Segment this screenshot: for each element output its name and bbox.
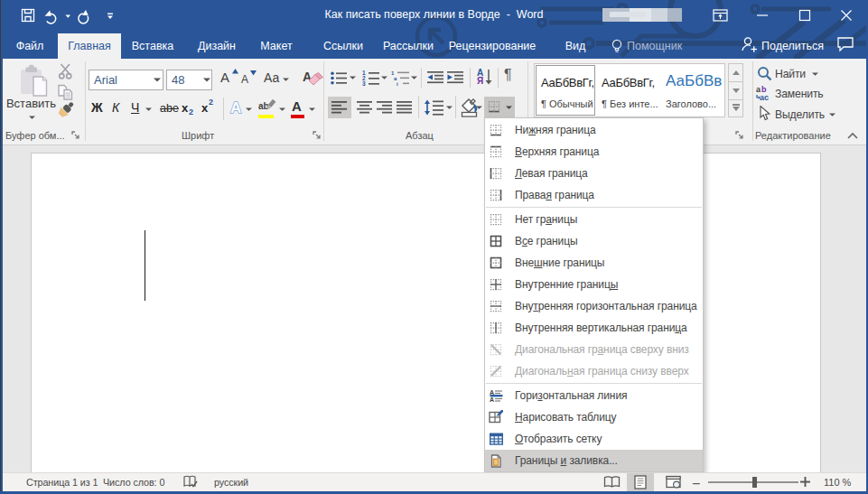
svg-text:i: i bbox=[397, 81, 398, 87]
svg-text:ab: ab bbox=[258, 101, 269, 111]
svg-text:3: 3 bbox=[362, 80, 366, 86]
svg-text:A: A bbox=[490, 396, 494, 403]
svg-text:А: А bbox=[230, 99, 241, 117]
svg-text:ac: ac bbox=[760, 93, 769, 101]
svg-text:A: A bbox=[490, 389, 494, 396]
